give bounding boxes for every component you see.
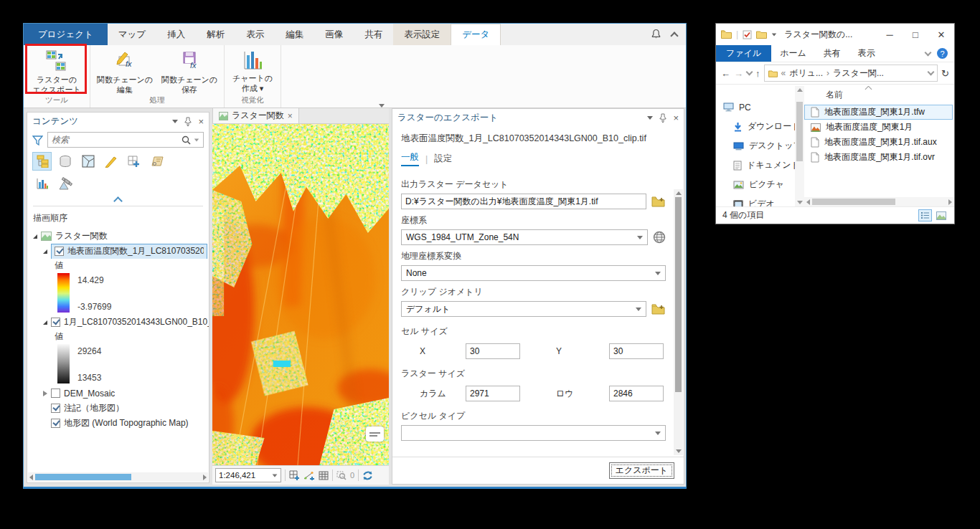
help-icon[interactable]: ? bbox=[937, 48, 948, 59]
qat-check-icon[interactable] bbox=[743, 30, 752, 39]
map-tab-raster-functions[interactable]: ラスター関数 × bbox=[212, 108, 299, 123]
map-scale-input[interactable] bbox=[219, 471, 270, 480]
edit-function-chain-button[interactable]: fx 関数チェーンの 編集 bbox=[93, 49, 156, 95]
close-map-tab-icon[interactable]: × bbox=[288, 111, 293, 121]
qat-folder-icon[interactable] bbox=[756, 30, 767, 39]
forward-icon[interactable]: → bbox=[734, 68, 743, 79]
export-raster-button[interactable]: ラスターの エクスポート bbox=[27, 49, 87, 95]
refresh-icon[interactable]: ↻ bbox=[941, 68, 949, 79]
nav-item-pc[interactable]: PC bbox=[716, 97, 795, 117]
cell-x-input[interactable] bbox=[470, 346, 516, 356]
layer-checkbox[interactable] bbox=[51, 404, 60, 413]
explorer-tab-share[interactable]: 共有 bbox=[815, 45, 849, 62]
explorer-tab-home[interactable]: ホーム bbox=[771, 45, 815, 62]
close-button[interactable]: ✕ bbox=[928, 24, 954, 45]
save-function-chain-button[interactable]: fx 関数チェーンの 保存 bbox=[158, 49, 221, 95]
list-by-selection-button[interactable] bbox=[78, 152, 98, 171]
qat-customize-icon[interactable] bbox=[772, 33, 776, 36]
pane-menu-icon[interactable] bbox=[172, 120, 178, 123]
layer-row-surface-temp-function[interactable]: 地表面温度関数_1月_LC81070352014343L bbox=[27, 244, 209, 259]
list-by-charts-button[interactable] bbox=[32, 174, 52, 193]
explorer-tab-file[interactable]: ファイル bbox=[716, 45, 771, 62]
rows-field[interactable] bbox=[609, 386, 664, 401]
scroll-right-icon[interactable] bbox=[203, 475, 207, 480]
tab-edit[interactable]: 編集 bbox=[275, 24, 314, 45]
scroll-left-icon[interactable] bbox=[806, 199, 810, 205]
layer-group-raster-functions[interactable]: ラスター関数 bbox=[27, 229, 209, 244]
explorer-tab-view[interactable]: 表示 bbox=[849, 45, 884, 62]
tab-share[interactable]: 共有 bbox=[354, 24, 393, 45]
expand-ribbon-icon[interactable] bbox=[925, 49, 932, 56]
output-dataset-field[interactable] bbox=[401, 194, 646, 209]
notifications-bell-icon[interactable] bbox=[651, 29, 661, 40]
tab-insert[interactable]: 挿入 bbox=[156, 24, 196, 45]
attribute-table-icon[interactable] bbox=[319, 471, 329, 480]
breadcrumb[interactable]: « ボリュ... › ラスター関... bbox=[764, 65, 938, 82]
maximize-button[interactable]: □ bbox=[903, 24, 928, 45]
tab-analysis[interactable]: 解析 bbox=[196, 24, 235, 45]
explorer-title-bar[interactable]: | ラスター関数の... ─ □ ✕ bbox=[716, 24, 954, 45]
layer-checkbox[interactable] bbox=[51, 389, 60, 398]
contents-horizontal-scrollbar[interactable] bbox=[28, 472, 208, 482]
explorer-nav-scrollbar[interactable] bbox=[795, 86, 804, 206]
browse-folder-icon[interactable] bbox=[651, 196, 666, 208]
layer-row-dem-mosaic[interactable]: DEM_Mosaic bbox=[27, 386, 209, 401]
nav-item-downloads[interactable]: ダウンロード bbox=[716, 117, 795, 136]
close-pane-icon[interactable]: × bbox=[198, 116, 204, 127]
search-input[interactable] bbox=[52, 135, 179, 145]
file-row[interactable]: 地表面度温度_関東1月.tfw bbox=[804, 105, 953, 120]
cell-y-input[interactable] bbox=[613, 346, 659, 356]
name-column-header[interactable]: 名前 bbox=[804, 86, 954, 105]
export-tab-settings[interactable]: 設定 bbox=[434, 153, 452, 165]
details-view-button[interactable] bbox=[918, 209, 932, 221]
collapsed-icon[interactable] bbox=[43, 391, 47, 396]
crs-select[interactable]: WGS_1984_UTM_Zone_54N bbox=[401, 229, 648, 245]
output-dataset-input[interactable] bbox=[405, 196, 642, 206]
tab-data[interactable]: データ bbox=[451, 24, 501, 45]
filter-funnel-icon[interactable] bbox=[32, 135, 43, 146]
up-icon[interactable]: ↑ bbox=[755, 68, 760, 79]
list-by-snapping-button[interactable] bbox=[124, 152, 143, 171]
close-pane-icon[interactable]: × bbox=[673, 113, 679, 123]
scroll-right-icon[interactable] bbox=[948, 199, 952, 205]
layer-checkbox[interactable] bbox=[55, 247, 64, 256]
clip-geometry-select[interactable]: デフォルト bbox=[401, 301, 646, 317]
collapse-ribbon-icon[interactable] bbox=[670, 32, 678, 39]
search-options-icon[interactable] bbox=[194, 138, 199, 141]
scroll-down-icon[interactable] bbox=[797, 201, 803, 204]
nav-item-documents[interactable]: ドキュメント bbox=[716, 156, 795, 175]
gcs-transform-select[interactable]: None bbox=[401, 265, 666, 281]
scroll-left-icon[interactable] bbox=[29, 475, 33, 480]
expand-icon[interactable] bbox=[33, 234, 37, 239]
search-box[interactable] bbox=[47, 132, 204, 148]
thumbnails-view-button[interactable] bbox=[934, 209, 948, 221]
layer-checkbox[interactable] bbox=[51, 318, 60, 327]
scroll-up-icon[interactable] bbox=[797, 88, 803, 92]
add-to-grid-icon[interactable] bbox=[289, 470, 300, 481]
list-by-editing-button[interactable] bbox=[101, 152, 121, 171]
list-by-labeling-button[interactable] bbox=[147, 152, 166, 171]
minimize-button[interactable]: ─ bbox=[877, 24, 903, 45]
expand-icon[interactable] bbox=[43, 320, 47, 325]
export-vertical-scrollbar[interactable] bbox=[674, 189, 683, 455]
scale-dropdown-icon[interactable] bbox=[273, 474, 278, 477]
scrollbar-thumb[interactable] bbox=[796, 102, 803, 161]
pin-icon[interactable] bbox=[659, 113, 666, 123]
layer-row-annotation[interactable]: 注記（地形図） bbox=[27, 401, 209, 416]
columns-field[interactable] bbox=[466, 386, 520, 401]
nav-item-desktop[interactable]: デスクトップ bbox=[716, 136, 795, 156]
file-row[interactable]: 地表面度温度_関東1月 bbox=[804, 120, 953, 135]
map-canvas[interactable] bbox=[212, 124, 389, 465]
pane-menu-icon[interactable] bbox=[647, 116, 653, 120]
export-tab-general[interactable]: 一般 bbox=[401, 151, 419, 166]
layer-row-b10-clip[interactable]: 1月_LC81070352014343LGN00_B10_clip.tif bbox=[27, 315, 209, 330]
file-row[interactable]: 地表面度温度_関東1月.tif.ovr bbox=[804, 150, 953, 165]
scrollbar-thumb[interactable] bbox=[675, 197, 682, 392]
scroll-up-icon[interactable] bbox=[676, 191, 682, 195]
map-notification-bubble-icon[interactable] bbox=[366, 426, 384, 442]
tab-project[interactable]: プロジェクト bbox=[24, 24, 108, 45]
address-dropdown-icon[interactable] bbox=[928, 69, 935, 76]
breadcrumb-current[interactable]: ラスター関... bbox=[833, 67, 884, 80]
refresh-icon[interactable] bbox=[362, 470, 373, 481]
tab-map[interactable]: マップ bbox=[108, 24, 156, 45]
